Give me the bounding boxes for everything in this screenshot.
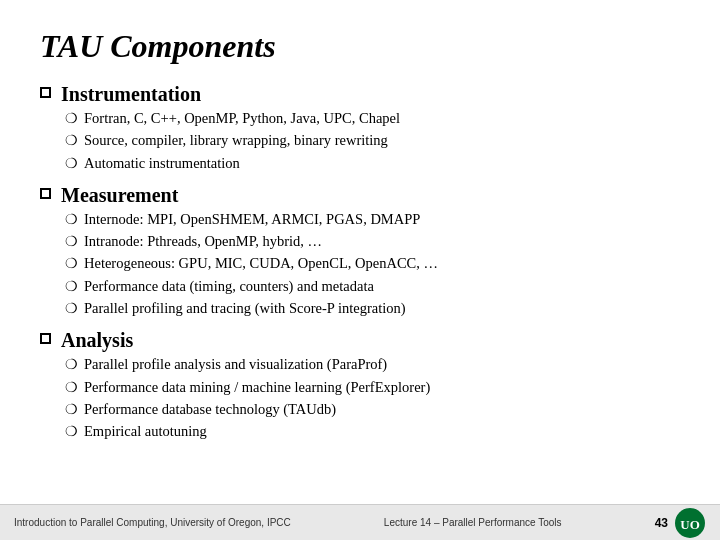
sub-items-instrumentation: ❍Fortran, C, C++, OpenMP, Python, Java, … (65, 108, 400, 174)
footer: Introduction to Parallel Computing, Univ… (0, 504, 720, 540)
sub-bullet-icon: ❍ (65, 232, 78, 252)
list-item-text: Performance database technology (TAUdb) (84, 399, 336, 420)
footer-center: Lecture 14 – Parallel Performance Tools (384, 517, 562, 528)
uo-logo: UO (674, 507, 706, 539)
sub-bullet-icon: ❍ (65, 355, 78, 375)
list-item: ❍Fortran, C, C++, OpenMP, Python, Java, … (65, 108, 400, 129)
content-area: Instrumentation❍Fortran, C, C++, OpenMP,… (40, 83, 680, 500)
list-item-text: Parallel profile analysis and visualizat… (84, 354, 387, 375)
list-item: ❍Internode: MPI, OpenSHMEM, ARMCI, PGAS,… (65, 209, 438, 230)
slide-title: TAU Components (40, 28, 680, 65)
sub-bullet-icon: ❍ (65, 277, 78, 297)
slide: TAU Components Instrumentation❍Fortran, … (0, 0, 720, 540)
bullet-analysis (40, 333, 51, 344)
svg-text:UO: UO (680, 517, 700, 532)
section-measurement: Measurement❍Internode: MPI, OpenSHMEM, A… (40, 184, 680, 319)
sub-items-analysis: ❍Parallel profile analysis and visualiza… (65, 354, 430, 442)
list-item: ❍Performance data (timing, counters) and… (65, 276, 438, 297)
sub-bullet-icon: ❍ (65, 154, 78, 174)
sub-bullet-icon: ❍ (65, 400, 78, 420)
list-item-text: Intranode: Pthreads, OpenMP, hybrid, … (84, 231, 322, 252)
list-item-text: Empirical autotuning (84, 421, 207, 442)
footer-left: Introduction to Parallel Computing, Univ… (14, 517, 291, 528)
list-item: ❍Empirical autotuning (65, 421, 430, 442)
list-item: ❍Source, compiler, library wrapping, bin… (65, 130, 400, 151)
section-analysis: Analysis❍Parallel profile analysis and v… (40, 329, 680, 442)
list-item-text: Automatic instrumentation (84, 153, 240, 174)
section-title-analysis: Analysis (61, 329, 430, 352)
section-instrumentation: Instrumentation❍Fortran, C, C++, OpenMP,… (40, 83, 680, 174)
list-item: ❍Intranode: Pthreads, OpenMP, hybrid, … (65, 231, 438, 252)
list-item: ❍Performance database technology (TAUdb) (65, 399, 430, 420)
list-item: ❍Performance data mining / machine learn… (65, 377, 430, 398)
list-item-text: Fortran, C, C++, OpenMP, Python, Java, U… (84, 108, 400, 129)
sub-bullet-icon: ❍ (65, 422, 78, 442)
list-item: ❍Automatic instrumentation (65, 153, 400, 174)
page-number: 43 (655, 516, 668, 530)
sub-items-measurement: ❍Internode: MPI, OpenSHMEM, ARMCI, PGAS,… (65, 209, 438, 319)
list-item-text: Performance data (timing, counters) and … (84, 276, 374, 297)
list-item-text: Performance data mining / machine learni… (84, 377, 430, 398)
list-item-text: Heterogeneous: GPU, MIC, CUDA, OpenCL, O… (84, 253, 438, 274)
sub-bullet-icon: ❍ (65, 378, 78, 398)
sub-bullet-icon: ❍ (65, 254, 78, 274)
sub-bullet-icon: ❍ (65, 299, 78, 319)
section-title-measurement: Measurement (61, 184, 438, 207)
section-content-instrumentation: Instrumentation❍Fortran, C, C++, OpenMP,… (61, 83, 400, 174)
list-item-text: Parallel profiling and tracing (with Sco… (84, 298, 406, 319)
sub-bullet-icon: ❍ (65, 131, 78, 151)
list-item-text: Source, compiler, library wrapping, bina… (84, 130, 388, 151)
section-title-instrumentation: Instrumentation (61, 83, 400, 106)
list-item: ❍Parallel profile analysis and visualiza… (65, 354, 430, 375)
list-item-text: Internode: MPI, OpenSHMEM, ARMCI, PGAS, … (84, 209, 420, 230)
bullet-measurement (40, 188, 51, 199)
section-content-analysis: Analysis❍Parallel profile analysis and v… (61, 329, 430, 442)
list-item: ❍Parallel profiling and tracing (with Sc… (65, 298, 438, 319)
sub-bullet-icon: ❍ (65, 210, 78, 230)
footer-right: 43 UO (655, 507, 706, 539)
section-content-measurement: Measurement❍Internode: MPI, OpenSHMEM, A… (61, 184, 438, 319)
list-item: ❍Heterogeneous: GPU, MIC, CUDA, OpenCL, … (65, 253, 438, 274)
bullet-instrumentation (40, 87, 51, 98)
sub-bullet-icon: ❍ (65, 109, 78, 129)
